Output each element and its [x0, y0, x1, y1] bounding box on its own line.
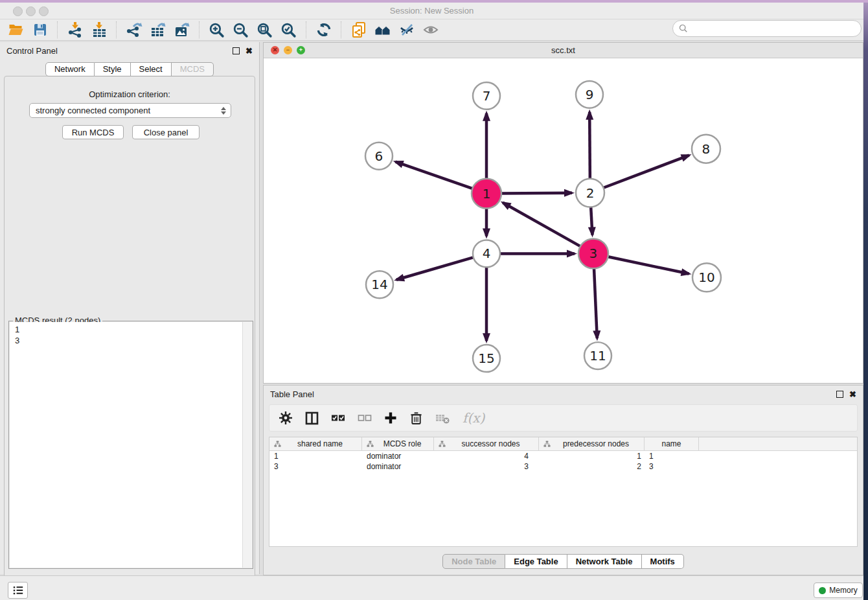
network-window-title: scc.txt: [264, 43, 863, 58]
close-panel-button[interactable]: Close panel: [132, 125, 200, 139]
table-cell-predecessor-nodes[interactable]: 2: [539, 462, 645, 471]
column-header-mcds-role[interactable]: MCDS role: [362, 437, 434, 450]
table-settings-button[interactable]: [279, 410, 293, 426]
tab-edge-table[interactable]: Edge Table: [505, 554, 567, 569]
network-minimize-button[interactable]: −: [284, 46, 292, 54]
import-network-button[interactable]: [63, 20, 87, 40]
table-cell-shared-name[interactable]: 3: [269, 462, 362, 471]
tab-network[interactable]: Network: [45, 62, 95, 76]
add-column-button[interactable]: [384, 410, 397, 426]
clone-network-button[interactable]: [347, 20, 371, 40]
nested-networks-button[interactable]: [371, 20, 394, 40]
save-session-button[interactable]: [28, 20, 52, 40]
task-history-button[interactable]: [8, 582, 28, 599]
plus-icon: [384, 411, 397, 424]
function-builder-button[interactable]: f(x): [463, 410, 485, 426]
graph-edge-4-14[interactable]: [396, 257, 475, 280]
table-panel-header: Table Panel ✖: [264, 386, 863, 403]
table-cell-mcds-role[interactable]: dominator: [362, 452, 434, 461]
table-cell-name[interactable]: 1: [645, 452, 699, 461]
window-close-button[interactable]: [13, 6, 23, 16]
zoom-fit-button[interactable]: [253, 20, 277, 40]
toolbar-separator: [341, 21, 341, 38]
graph-edge-1-2[interactable]: [500, 193, 572, 194]
graph-node-label: 2: [586, 185, 595, 201]
delete-table-icon: [435, 412, 450, 424]
float-panel-icon[interactable]: [233, 47, 240, 54]
close-panel-icon[interactable]: ✖: [246, 48, 253, 54]
zoom-selected-button[interactable]: [277, 20, 301, 40]
table-cell-successor-nodes[interactable]: 3: [434, 462, 539, 471]
export-table-button[interactable]: [146, 20, 170, 40]
function-builder-icon: f(x): [463, 410, 485, 426]
graph-edge-1-6[interactable]: [395, 162, 474, 189]
delete-columns-button[interactable]: [409, 410, 423, 426]
zoom-in-button[interactable]: [205, 20, 229, 40]
network-close-button[interactable]: ✕: [271, 46, 279, 54]
graph-edge-3-11[interactable]: [594, 267, 597, 338]
run-mcds-button[interactable]: Run MCDS: [62, 125, 124, 139]
zoom-selected-icon: [280, 22, 297, 38]
graph-edge-2-8[interactable]: [602, 156, 689, 189]
column-header-shared-name[interactable]: shared name: [269, 437, 362, 450]
tab-mcds[interactable]: MCDS: [172, 62, 214, 76]
show-graphics-details-button[interactable]: [418, 20, 442, 40]
hide-graphics-details-button[interactable]: [394, 20, 418, 40]
float-panel-icon[interactable]: [836, 391, 843, 398]
graph-edge-2-3[interactable]: [591, 206, 592, 235]
graph-node-label: 15: [478, 351, 494, 366]
optimization-criterion-value: strongly connected component: [36, 106, 150, 115]
list-icon: [12, 585, 24, 595]
column-header-label: predecessor nodes: [551, 439, 641, 448]
select-all-button[interactable]: [331, 410, 345, 426]
close-panel-icon[interactable]: ✖: [849, 391, 856, 397]
network-view-window: ✕ − + scc.txt 7968124314101511: [263, 42, 863, 384]
tab-node-table[interactable]: Node Table: [442, 554, 505, 569]
node-table: shared nameMCDS rolesuccessor nodesprede…: [269, 437, 858, 547]
tab-motifs[interactable]: Motifs: [642, 554, 684, 569]
export-image-button[interactable]: [170, 20, 194, 40]
control-panel-tabs: NetworkStyleSelectMCDS: [0, 62, 259, 76]
tab-select[interactable]: Select: [131, 62, 172, 76]
zoom-out-button[interactable]: [229, 20, 253, 40]
graph-node-label: 7: [483, 88, 491, 104]
deselect-all-icon: [358, 411, 372, 424]
memory-button[interactable]: Memory: [814, 583, 863, 598]
mcds-result-group: MCDS result (2 nodes) 1 3: [8, 321, 253, 569]
mcds-result-text[interactable]: 1 3: [10, 322, 243, 568]
delete-table-button[interactable]: [435, 410, 450, 426]
search-input[interactable]: [691, 23, 861, 34]
tab-network-table[interactable]: Network Table: [567, 554, 642, 569]
table-cell-predecessor-nodes[interactable]: 1: [539, 452, 645, 461]
tab-style[interactable]: Style: [95, 62, 131, 76]
optimization-criterion-select[interactable]: strongly connected component: [29, 103, 231, 118]
show-columns-button[interactable]: [305, 410, 319, 426]
network-graph[interactable]: 7968124314101511: [264, 58, 863, 383]
window-minimize-button[interactable]: [26, 6, 36, 16]
search-box[interactable]: [672, 20, 862, 37]
graph-edge-2-9[interactable]: [589, 112, 590, 180]
export-network-button[interactable]: [122, 20, 146, 40]
table-row[interactable]: 3dominator323: [269, 461, 857, 472]
column-header-name[interactable]: name: [645, 437, 699, 450]
table-cell-shared-name[interactable]: 1: [269, 452, 362, 461]
mcds-result-scrollbar[interactable]: [242, 322, 252, 568]
graph-edge-3-10[interactable]: [607, 257, 689, 274]
table-row[interactable]: 1dominator411: [269, 451, 857, 461]
open-file-button[interactable]: [4, 20, 28, 40]
import-table-button[interactable]: [87, 20, 111, 40]
desktop-wallpaper-right: [863, 3, 868, 600]
table-cell-successor-nodes[interactable]: 4: [434, 452, 539, 461]
column-header-predecessor-nodes[interactable]: predecessor nodes: [539, 437, 645, 450]
zoom-in-icon: [209, 22, 225, 38]
apply-layout-button[interactable]: [312, 20, 336, 40]
attribute-hierarchy-icon: [439, 441, 446, 448]
column-header-successor-nodes[interactable]: successor nodes: [434, 437, 539, 450]
network-canvas[interactable]: 7968124314101511: [264, 58, 863, 383]
table-cell-mcds-role[interactable]: dominator: [362, 462, 434, 471]
deselect-all-button[interactable]: [358, 410, 372, 426]
window-zoom-button[interactable]: [39, 6, 49, 16]
graph-edge-3-1[interactable]: [503, 203, 581, 247]
network-maximize-button[interactable]: +: [297, 46, 305, 54]
table-cell-name[interactable]: 3: [645, 462, 699, 471]
